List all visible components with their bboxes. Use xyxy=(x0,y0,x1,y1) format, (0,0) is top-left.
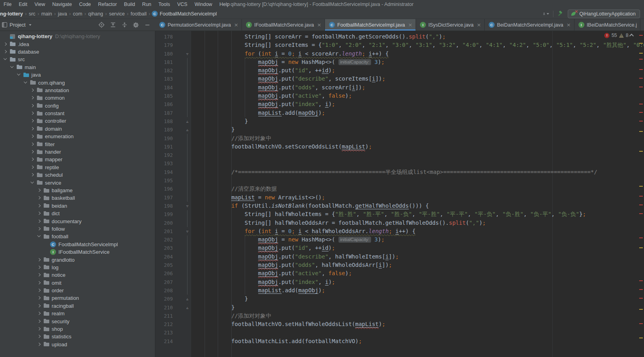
tree-item-order[interactable]: order xyxy=(0,287,155,294)
warning-stripe-mark[interactable] xyxy=(639,151,643,152)
fold-end-icon[interactable]: ▵ xyxy=(185,295,190,303)
code-line-195[interactable]: 195 xyxy=(155,176,638,185)
tree-item-reptile[interactable]: reptile xyxy=(0,164,155,171)
line-number[interactable]: 183 xyxy=(155,75,191,83)
line-number[interactable]: 201▿ xyxy=(155,227,191,235)
tree-item-beidan[interactable]: beidan xyxy=(0,202,155,210)
error-stripe-mark[interactable] xyxy=(639,69,643,70)
chevron-collapsed-icon[interactable] xyxy=(30,118,35,124)
chevron-collapsed-icon[interactable] xyxy=(30,157,35,162)
user-account-icon[interactable] xyxy=(543,11,549,17)
chevron-collapsed-icon[interactable] xyxy=(37,203,42,208)
code-line-186[interactable]: 186 mapObj.put("index", i); xyxy=(155,100,638,108)
chevron-collapsed-icon[interactable] xyxy=(3,42,8,47)
line-number[interactable]: 207 xyxy=(155,278,191,286)
code-line-178[interactable]: 178 String[] scoreArr = footballMatch.ge… xyxy=(155,33,638,41)
menu-help[interactable]: Help xyxy=(216,0,233,9)
menu-refactor[interactable]: Refactor xyxy=(95,0,120,9)
error-stripe-mark[interactable] xyxy=(639,196,643,197)
code-line-211[interactable]: 211 //添加对对象中 xyxy=(155,312,638,320)
line-number[interactable]: 196 xyxy=(155,185,191,193)
chevron-expanded-icon[interactable] xyxy=(3,57,8,62)
error-stripe-mark[interactable] xyxy=(639,35,643,36)
project-view-dropdown-icon[interactable] xyxy=(29,24,31,26)
code-line-184[interactable]: 184 mapObj.put("odds", scoreArr[i]); xyxy=(155,83,638,92)
tree-item-database[interactable]: database xyxy=(0,48,155,56)
line-number[interactable]: 210▵ xyxy=(155,303,191,312)
close-icon[interactable]: × xyxy=(567,22,571,28)
code-line-209[interactable]: 209▵ } xyxy=(155,295,638,303)
inspections-widget[interactable]: ! 55 8 xyxy=(604,33,634,38)
menu-run[interactable]: Run xyxy=(139,0,155,9)
chevron-collapsed-icon[interactable] xyxy=(30,126,35,131)
chevron-expanded-icon[interactable] xyxy=(10,65,15,70)
line-number[interactable]: 213 xyxy=(155,328,191,337)
fold-end-icon[interactable]: ▵ xyxy=(185,125,190,134)
code-line-189[interactable]: 189▵ } xyxy=(155,125,638,134)
line-number[interactable]: 212 xyxy=(155,320,191,328)
breadcrumb-item[interactable]: ng-lottery xyxy=(0,11,24,17)
project-tree-panel[interactable]: qihang-lotteryD:\qh\qihang-lottery.idead… xyxy=(0,31,155,357)
tab-ifootballmatchservice-java[interactable]: IIFootballMatchService.java× xyxy=(242,19,325,31)
code-line-201[interactable]: 201▿ for (int i = 0; i < halfWholeOddsAr… xyxy=(155,227,638,235)
tab-permutationserviceimpl-java[interactable]: CPermutationServiceImpl.java× xyxy=(155,19,242,31)
line-number[interactable]: 182 xyxy=(155,66,191,75)
tree-item-controller[interactable]: controller xyxy=(0,117,155,125)
chevron-collapsed-icon[interactable] xyxy=(37,272,42,278)
chevron-collapsed-icon[interactable] xyxy=(37,219,42,224)
warning-stripe-mark[interactable] xyxy=(639,53,643,54)
code-line-207[interactable]: 207 mapObj.put("index", i); xyxy=(155,278,638,286)
line-number[interactable]: 198▿ xyxy=(155,202,191,210)
code-line-199[interactable]: 199 String[] halfWholeItems = {"胜-胜", "胜… xyxy=(155,210,638,218)
error-stripe-mark[interactable] xyxy=(639,104,643,104)
code-line-210[interactable]: 210▵ } xyxy=(155,303,638,312)
code-line-198[interactable]: 198▿ if (StrUtil.isNotBlank(footballMatc… xyxy=(155,202,638,210)
menu-code[interactable]: Code xyxy=(75,0,95,9)
line-number[interactable]: 186 xyxy=(155,100,191,108)
build-hammer-icon[interactable] xyxy=(557,11,564,17)
line-number[interactable]: 178 xyxy=(155,33,191,41)
line-number[interactable]: 194 xyxy=(155,168,191,176)
tree-item-service[interactable]: service xyxy=(0,179,155,186)
breadcrumb-item[interactable]: com xyxy=(72,11,83,17)
tab-overflow-chevron[interactable] xyxy=(640,19,644,31)
error-stripe-mark[interactable] xyxy=(639,78,643,79)
locate-file-icon[interactable] xyxy=(98,22,104,28)
code-line-187[interactable]: 187 mapList.add(mapObj); xyxy=(155,109,638,117)
line-number[interactable]: 181 xyxy=(155,58,191,66)
chevron-expanded-icon[interactable] xyxy=(16,72,21,77)
chevron-collapsed-icon[interactable] xyxy=(37,265,42,270)
line-number[interactable]: 211 xyxy=(155,312,191,320)
menu-tools[interactable]: Tools xyxy=(155,0,174,9)
line-number[interactable]: 191 xyxy=(155,143,191,151)
close-icon[interactable]: × xyxy=(234,22,238,28)
chevron-collapsed-icon[interactable] xyxy=(37,188,42,193)
tree-item-statistics[interactable]: statistics xyxy=(0,333,155,340)
error-stripe-mark[interactable] xyxy=(639,205,643,205)
tree-item-realm[interactable]: realm xyxy=(0,310,155,317)
line-number[interactable]: 206 xyxy=(155,269,191,278)
tree-item-constant[interactable]: constant xyxy=(0,110,155,117)
tree-item-com-qihang[interactable]: com.qihang xyxy=(0,79,155,86)
code-line-208[interactable]: 208 mapList.add(mapObj); xyxy=(155,286,638,295)
error-stripe[interactable] xyxy=(638,31,644,357)
chevron-collapsed-icon[interactable] xyxy=(37,280,42,286)
error-stripe-mark[interactable] xyxy=(639,298,643,299)
tree-item-notice[interactable]: notice xyxy=(0,271,155,279)
breadcrumb-item[interactable]: main xyxy=(41,11,53,17)
warning-stripe-mark[interactable] xyxy=(639,186,643,187)
tree-item-mapper[interactable]: mapper xyxy=(0,156,155,163)
tree-item-footballmatchserviceimpl[interactable]: CFootballMatchServiceImpl xyxy=(0,241,155,248)
error-stripe-mark[interactable] xyxy=(639,289,643,290)
code-line-191[interactable]: 191 footballMatchVO.setScoreOddsList(map… xyxy=(155,143,638,151)
breadcrumb-item[interactable]: service xyxy=(108,11,126,17)
code-line-193[interactable]: 193 xyxy=(155,159,638,168)
tree-item--idea[interactable]: .idea xyxy=(0,40,155,48)
warning-stripe-mark[interactable] xyxy=(639,247,643,248)
chevron-collapsed-icon[interactable] xyxy=(30,149,35,154)
tree-item-src[interactable]: src xyxy=(0,56,155,63)
code-line-190[interactable]: 190 //添加对对象中 xyxy=(155,134,638,143)
tab-isysdictservice-java[interactable]: IISysDictService.java× xyxy=(416,19,485,31)
run-configuration-selector[interactable]: ✕ QiHangLotteryApplication xyxy=(568,10,640,18)
chevron-collapsed-icon[interactable] xyxy=(37,226,42,232)
